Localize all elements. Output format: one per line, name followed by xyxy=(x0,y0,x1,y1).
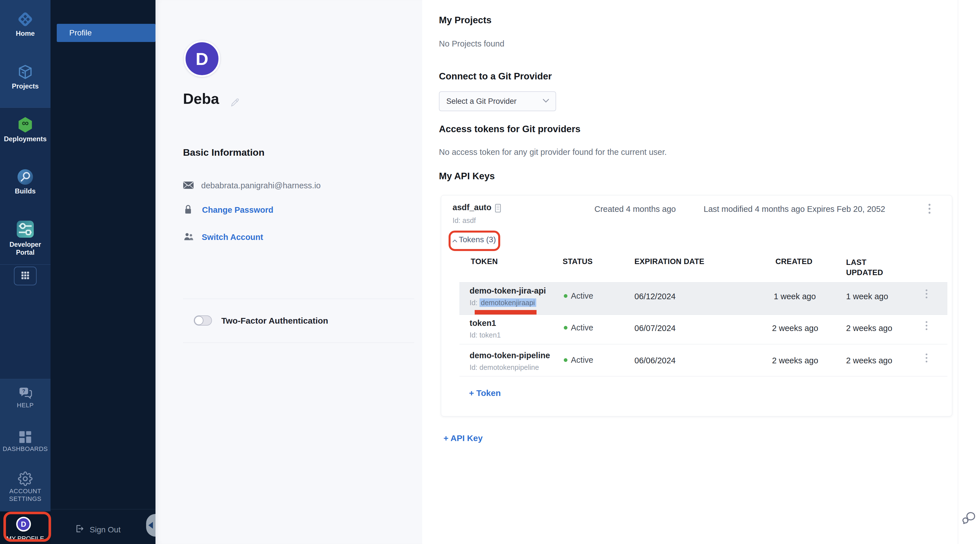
avatar: D xyxy=(16,517,31,531)
token-status: Active xyxy=(564,355,593,365)
api-key-card: asdf_auto Id: asdf Created 4 months ago … xyxy=(441,195,952,416)
toggle-knob xyxy=(194,316,204,325)
token-status: Active xyxy=(564,291,593,301)
api-keys-title: My API Keys xyxy=(439,171,495,181)
token-menu-kebab-icon[interactable] xyxy=(925,289,928,301)
gear-icon xyxy=(18,482,33,487)
avatar-initial: D xyxy=(21,520,26,529)
sidebar-collapse-handle[interactable] xyxy=(146,514,156,537)
add-api-key-button[interactable]: + API Key xyxy=(444,433,483,443)
module-grid-button[interactable] xyxy=(14,267,37,285)
builds-magnifier-icon xyxy=(16,182,34,187)
col-header-token: TOKEN xyxy=(471,257,498,266)
sidebar-label: Builds xyxy=(0,187,51,195)
token-id-value-selected: demotokenjiraapi xyxy=(479,298,536,307)
divider xyxy=(459,315,947,315)
avatar-initial: D xyxy=(196,49,208,69)
switch-account-people-icon xyxy=(183,232,194,242)
sidebar-item-home[interactable]: Home xyxy=(0,10,51,37)
sidebar-label: Deployments xyxy=(0,135,51,143)
sidebar-item-projects[interactable]: Projects xyxy=(0,63,51,90)
deployments-infinity-icon: ∞ xyxy=(16,116,34,134)
left-nav-rail: Home Projects ∞ Deployments xyxy=(0,0,51,544)
col-header-created: CREATED xyxy=(775,257,813,266)
api-key-id: Id: asdf xyxy=(453,216,476,224)
sidebar-label: HELP xyxy=(0,402,51,409)
home-icon xyxy=(16,24,34,29)
token-id: Id: token1 xyxy=(469,331,501,339)
change-password-link[interactable]: Change Password xyxy=(202,205,273,215)
harness-profile-screen: Home Projects ∞ Deployments xyxy=(0,0,980,544)
token-name: demo-token-jira-api xyxy=(469,286,546,296)
divider xyxy=(183,299,414,299)
switch-account-row: Switch Account xyxy=(183,232,263,242)
access-tokens-title: Access tokens for Git providers xyxy=(439,124,581,134)
edit-name-pencil-icon[interactable] xyxy=(230,97,240,109)
api-key-modified-expires: Last modified 4 months ago Expires Feb 2… xyxy=(704,205,885,214)
change-password-row: Change Password xyxy=(183,204,273,216)
profile-avatar[interactable]: D xyxy=(184,41,220,77)
chevron-up-icon xyxy=(453,239,457,243)
two-factor-label: Two-Factor Authentication xyxy=(221,316,328,326)
copy-icon[interactable] xyxy=(494,204,502,214)
access-tokens-empty-text: No access token for any git provider fou… xyxy=(439,148,667,157)
developer-portal-icon xyxy=(15,235,35,240)
token-expiration: 06/12/2024 xyxy=(635,292,676,301)
sign-out-button[interactable]: Sign Out xyxy=(74,523,121,536)
my-projects-empty-text: No Projects found xyxy=(439,39,504,48)
sign-out-label: Sign Out xyxy=(90,525,121,534)
projects-cube-icon xyxy=(16,77,34,82)
dashboards-icon xyxy=(18,440,32,445)
token-id: Id: demotokenpipeline xyxy=(469,363,539,372)
my-projects-title: My Projects xyxy=(439,15,492,25)
divider xyxy=(51,509,156,509)
basic-information-title: Basic Information xyxy=(183,147,264,158)
api-key-menu-kebab-icon[interactable] xyxy=(928,204,931,216)
help-chat-icon: ? xyxy=(18,396,33,401)
sidebar-item-dashboards[interactable]: DASHBOARDS xyxy=(0,430,51,453)
grid-icon xyxy=(21,271,30,281)
git-provider-select-value: Select a Git Provider xyxy=(446,97,517,106)
two-factor-toggle[interactable] xyxy=(194,315,212,326)
profile-nav-label: Profile xyxy=(69,29,92,37)
profile-panel: D Deba Basic Information debabrata.panig… xyxy=(156,0,422,544)
sidebar-item-builds[interactable]: Builds xyxy=(0,168,51,195)
sidebar-item-profile-active[interactable]: Profile xyxy=(57,24,156,42)
status-dot-green xyxy=(564,326,568,329)
sidebar-item-deployments[interactable]: ∞ Deployments xyxy=(0,116,51,143)
col-header-status: STATUS xyxy=(563,257,593,266)
sidebar-item-account-settings[interactable]: ACCOUNT SETTINGS xyxy=(0,471,51,503)
rail-divider xyxy=(0,264,51,265)
main-content: My Projects No Projects found Connect to… xyxy=(422,0,980,544)
switch-account-link[interactable]: Switch Account xyxy=(202,232,263,242)
sidebar-item-help[interactable]: ? HELP xyxy=(0,386,51,409)
status-dot-green xyxy=(564,294,568,298)
help-chat-bubble-icon[interactable] xyxy=(962,512,977,527)
token-created: 2 weeks ago xyxy=(772,324,818,333)
sidebar-item-developer-portal[interactable]: Developer Portal xyxy=(0,219,51,256)
col-header-last-updated: LAST UPDATED xyxy=(846,257,889,278)
sidebar-label: Home xyxy=(0,30,51,37)
add-token-button[interactable]: + Token xyxy=(469,388,501,398)
user-name: Deba xyxy=(183,90,219,107)
token-status: Active xyxy=(564,323,593,332)
sidebar-label: ACCOUNT SETTINGS xyxy=(6,487,44,503)
secondary-sidebar: Profile Sign Out xyxy=(51,0,156,544)
token-created: 2 weeks ago xyxy=(772,356,818,365)
sign-out-icon xyxy=(74,523,84,536)
right-gutter-divider xyxy=(958,0,958,544)
user-email: debabrata.panigrahi@harness.io xyxy=(201,181,321,190)
status-dot-green xyxy=(564,358,568,362)
email-row: debabrata.panigrahi@harness.io xyxy=(183,181,321,190)
token-menu-kebab-icon[interactable] xyxy=(925,321,928,332)
token-menu-kebab-icon[interactable] xyxy=(925,353,928,364)
email-envelope-icon xyxy=(183,181,194,190)
git-provider-select[interactable]: Select a Git Provider xyxy=(439,91,556,111)
tokens-expander[interactable]: Tokens (3) xyxy=(459,235,496,244)
api-key-created: Created 4 months ago xyxy=(594,205,676,214)
divider xyxy=(459,344,947,344)
collapse-arrow-icon xyxy=(148,522,153,529)
token-expiration: 06/06/2024 xyxy=(635,356,676,365)
token-id-prefix: Id: xyxy=(469,299,479,307)
token-updated: 2 weeks ago xyxy=(846,356,892,365)
